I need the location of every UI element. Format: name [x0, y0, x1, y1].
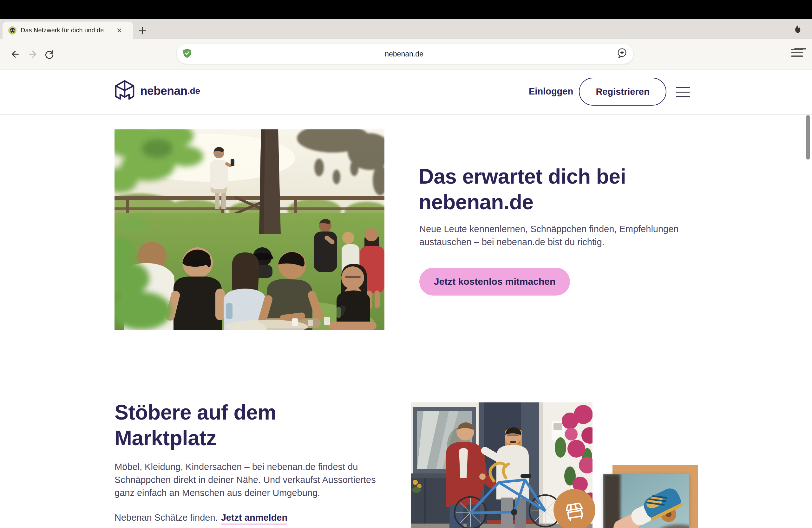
browser-tab[interactable]: Das Netzwerk für dich und de — [2, 21, 133, 39]
new-tab-button[interactable] — [137, 25, 148, 36]
back-button-icon[interactable] — [9, 48, 20, 60]
browser-toolbar: nebenan.de — [0, 39, 812, 70]
logo-text: nebenan — [140, 84, 187, 98]
tab-close-icon[interactable] — [116, 27, 123, 34]
flame-icon[interactable] — [792, 24, 802, 34]
shield-check-icon[interactable] — [183, 48, 192, 60]
nebenan-logo[interactable]: nebenan.de — [115, 80, 200, 102]
page-content: nebenan.de Einloggen Registrieren — [0, 70, 812, 528]
nebenan-cube-icon — [115, 80, 135, 102]
marketplace-cta-prefix: Nebenan Schätze finden. — [115, 512, 218, 523]
browser-menu-icon[interactable] — [790, 47, 807, 62]
reload-button-icon[interactable] — [43, 48, 55, 60]
logo-tld: .de — [187, 86, 200, 96]
register-button-label: Registrieren — [596, 87, 649, 97]
menu-notification-dot — [794, 48, 806, 49]
marketplace-cta-line: Nebenan Schätze finden.Jetzt anmelden — [115, 512, 287, 523]
login-link[interactable]: Einloggen — [529, 86, 573, 97]
marketplace-body-text: Möbel, Kleidung, Kindersachen – bei nebe… — [115, 460, 413, 499]
tab-bar: Das Netzwerk für dich und de — [0, 19, 812, 39]
hero-photo-picnic — [115, 129, 385, 330]
window-top-bar — [0, 0, 812, 19]
nebenan-favicon-icon — [8, 26, 16, 34]
marketplace-photo-roller-skate — [603, 474, 689, 528]
hero-body-text: Neue Leute kennenlernen, Schnäppchen fin… — [419, 223, 717, 249]
hero-heading: Das erwartet dich bei nebenan.de — [419, 164, 723, 215]
site-header: nebenan.de Einloggen Registrieren — [0, 70, 812, 115]
chat-sparkle-icon[interactable] — [616, 47, 628, 60]
tab-title: Das Netzwerk für dich und de — [20, 27, 116, 34]
signup-link[interactable]: Jetzt anmelden — [221, 512, 288, 525]
market-stall-badge — [553, 489, 595, 528]
address-bar[interactable]: nebenan.de — [177, 44, 634, 64]
site-hamburger-icon[interactable] — [676, 87, 690, 101]
register-button[interactable]: Registrieren — [579, 78, 666, 106]
join-free-button[interactable]: Jetzt kostenlos mitmachen — [419, 268, 570, 296]
join-free-button-label: Jetzt kostenlos mitmachen — [434, 276, 555, 287]
market-stall-icon — [562, 498, 586, 522]
forward-button-icon[interactable] — [27, 48, 39, 60]
marketplace-heading: Stöbere auf dem Marktplatz — [115, 399, 356, 451]
page-scrollbar-thumb[interactable] — [806, 115, 810, 160]
url-text: nebenan.de — [192, 50, 616, 58]
